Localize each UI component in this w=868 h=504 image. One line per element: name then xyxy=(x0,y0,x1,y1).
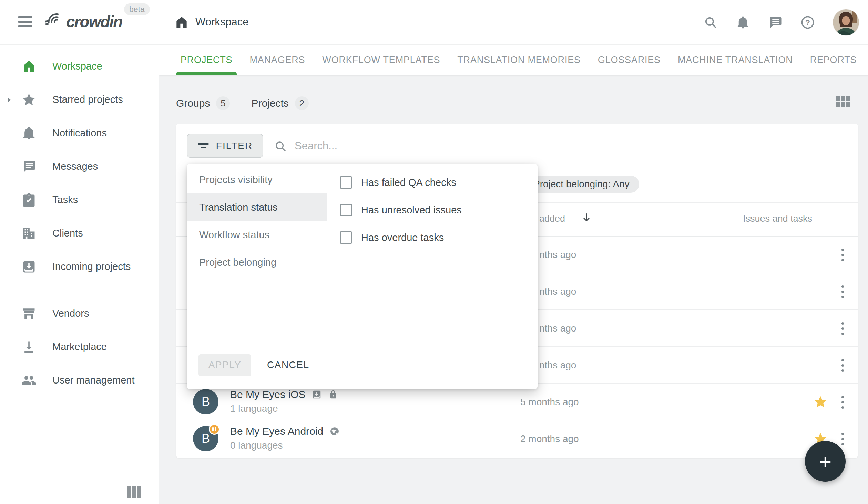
option-label: Has unresolved issues xyxy=(361,204,462,216)
tab-managers[interactable]: MANAGERS xyxy=(245,45,309,75)
add-project-fab[interactable]: + xyxy=(805,441,846,482)
download-icon xyxy=(21,339,37,355)
home-icon xyxy=(174,15,189,30)
star-icon xyxy=(21,92,37,107)
sidebar-item-user-management[interactable]: User management xyxy=(0,364,159,397)
user-avatar-photo xyxy=(833,9,859,35)
groups-toggle[interactable]: Groups 5 xyxy=(176,96,230,110)
crowdin-logo[interactable]: crowdin xyxy=(44,12,122,31)
filter-menu-workflow-status[interactable]: Workflow status xyxy=(187,221,327,249)
sidebar-item-label: Incoming projects xyxy=(52,261,131,272)
columns-view-icon[interactable] xyxy=(127,486,141,498)
option-has-failed-qa-checks[interactable]: Has failed QA checks xyxy=(327,169,538,196)
search-icon[interactable] xyxy=(703,15,718,30)
search-input[interactable] xyxy=(295,137,556,155)
sidebar-item-marketplace[interactable]: Marketplace xyxy=(0,330,159,364)
filter-icon xyxy=(197,142,209,150)
option-label: Has overdue tasks xyxy=(361,232,444,243)
tab-reports[interactable]: REPORTS xyxy=(806,45,861,75)
sidebar-item-clients[interactable]: Clients xyxy=(0,217,159,250)
sidebar-item-label: Notifications xyxy=(52,127,107,139)
tab-glossaries[interactable]: GLOSSARIES xyxy=(593,45,665,75)
column-header-added[interactable]: added xyxy=(539,213,565,224)
sidebar-item-label: User management xyxy=(52,375,135,386)
row-menu-kebab-icon[interactable] xyxy=(838,392,847,412)
row-added: 2 months ago xyxy=(520,433,579,444)
option-has-unresolved-issues[interactable]: Has unresolved issues xyxy=(327,196,538,224)
filter-chip-project-belonging[interactable]: Project belonging: Any xyxy=(524,176,639,193)
projects-label: Projects xyxy=(251,97,288,109)
table-row-be-my-eyes-android[interactable]: B Be My Eyes Android 0 languages 2 month… xyxy=(176,420,858,457)
row-menu-kebab-icon[interactable] xyxy=(838,319,847,338)
sidebar: crowdin beta Workspace Starred projects … xyxy=(0,0,159,504)
project-avatar: B xyxy=(193,426,218,451)
sort-desc-icon[interactable] xyxy=(581,212,592,223)
filter-menu-project-belonging[interactable]: Project belonging xyxy=(187,249,327,276)
projects-toggle[interactable]: Projects 2 xyxy=(251,96,308,110)
sidebar-item-notifications[interactable]: Notifications xyxy=(0,116,159,150)
sidebar-item-vendors[interactable]: Vendors xyxy=(0,297,159,330)
home-icon xyxy=(21,59,37,74)
row-menu-kebab-icon[interactable] xyxy=(838,356,847,375)
sidebar-item-label: Vendors xyxy=(52,308,89,319)
project-initial: B xyxy=(202,395,210,409)
table-row-be-my-eyes-ios[interactable]: B Be My Eyes iOS 1 language 5 months ago xyxy=(176,384,858,420)
sidebar-item-workspace[interactable]: Workspace xyxy=(0,50,159,83)
filter-dropdown-footer: APPLY CANCEL xyxy=(187,341,538,389)
row-menu-kebab-icon[interactable] xyxy=(838,282,847,301)
sidebar-item-incoming-projects[interactable]: Incoming projects xyxy=(0,250,159,283)
sidebar-item-label: Messages xyxy=(52,161,98,172)
crowdin-logo-icon xyxy=(44,13,63,30)
plus-icon: + xyxy=(819,449,831,474)
page-title: Workspace xyxy=(195,16,249,28)
chevron-right-icon[interactable] xyxy=(6,96,13,104)
checkbox[interactable] xyxy=(340,231,352,244)
tab-machine-translation[interactable]: MACHINE TRANSLATION xyxy=(673,45,797,75)
help-icon[interactable]: ? xyxy=(800,15,815,30)
grid-view-icon[interactable] xyxy=(836,96,850,107)
filter-menu-projects-visibility[interactable]: Projects visibility xyxy=(187,166,327,193)
apply-button[interactable]: APPLY xyxy=(198,354,251,376)
tab-workflow-templates[interactable]: WORKFLOW TEMPLATES xyxy=(318,45,445,75)
filter-menu-translation-status[interactable]: Translation status xyxy=(187,193,327,221)
starred-icon[interactable] xyxy=(813,395,828,409)
project-name[interactable]: Be My Eyes iOS xyxy=(230,389,305,400)
notifications-bell-icon[interactable] xyxy=(736,15,750,30)
people-icon xyxy=(21,373,37,388)
menu-hamburger-icon[interactable] xyxy=(18,16,32,27)
row-menu-kebab-icon[interactable] xyxy=(838,429,847,449)
sidebar-item-tasks[interactable]: Tasks xyxy=(0,183,159,217)
groups-label: Groups xyxy=(176,97,210,109)
filter-button-label: FILTER xyxy=(216,140,253,151)
menu-item-label: Project belonging xyxy=(199,257,276,268)
private-lock-icon xyxy=(328,389,338,400)
user-avatar[interactable] xyxy=(833,9,859,35)
sidebar-item-label: Clients xyxy=(52,228,83,239)
filter-dropdown: Projects visibility Translation status W… xyxy=(187,164,538,389)
tasks-icon xyxy=(21,192,37,208)
tab-projects[interactable]: PROJECTS xyxy=(176,45,237,75)
messages-icon[interactable] xyxy=(768,15,783,30)
workspace-tabs: PROJECTS MANAGERS WORKFLOW TEMPLATES TRA… xyxy=(159,45,868,75)
filter-button[interactable]: FILTER xyxy=(187,134,263,158)
sidebar-item-label: Starred projects xyxy=(52,94,123,105)
option-has-overdue-tasks[interactable]: Has overdue tasks xyxy=(327,224,538,251)
checkbox[interactable] xyxy=(340,176,352,189)
checkbox[interactable] xyxy=(340,204,352,216)
project-name[interactable]: Be My Eyes Android xyxy=(230,426,323,437)
sidebar-nav: Workspace Starred projects Notifications… xyxy=(0,45,159,397)
sidebar-item-label: Marketplace xyxy=(52,341,107,353)
cancel-button[interactable]: CANCEL xyxy=(267,359,309,370)
sidebar-header: crowdin beta xyxy=(0,0,159,45)
storefront-icon xyxy=(21,306,37,321)
tab-label: TRANSLATION MEMORIES xyxy=(457,55,581,65)
row-added: 5 months ago xyxy=(520,397,579,408)
bell-icon xyxy=(21,126,37,141)
sidebar-item-starred-projects[interactable]: Starred projects xyxy=(0,83,159,116)
row-menu-kebab-icon[interactable] xyxy=(838,245,847,264)
filter-bar: FILTER xyxy=(176,124,858,167)
tab-label: REPORTS xyxy=(810,55,857,65)
row-added: nths ago xyxy=(539,286,576,297)
tab-translation-memories[interactable]: TRANSLATION MEMORIES xyxy=(453,45,585,75)
sidebar-item-messages[interactable]: Messages xyxy=(0,150,159,183)
